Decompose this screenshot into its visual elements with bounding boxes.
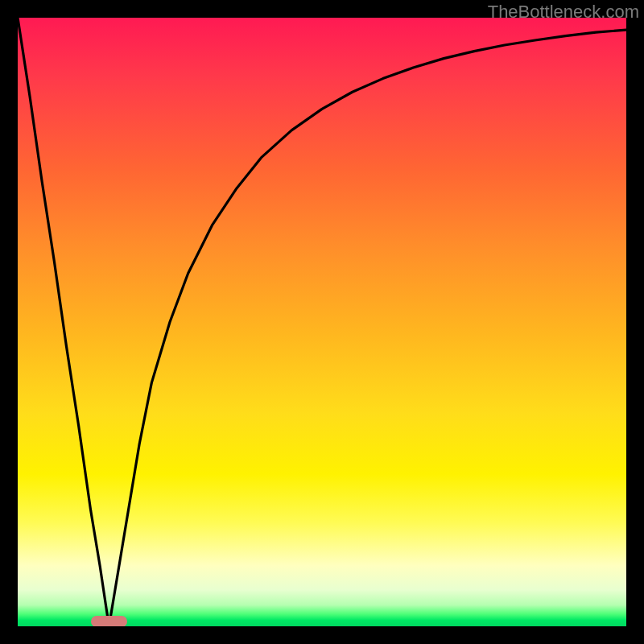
chart-frame: TheBottleneck.com bbox=[0, 0, 644, 644]
optimal-range-marker bbox=[91, 616, 127, 626]
plot-area bbox=[18, 18, 626, 626]
gradient-background bbox=[18, 18, 626, 626]
watermark-text: TheBottleneck.com bbox=[488, 2, 639, 23]
